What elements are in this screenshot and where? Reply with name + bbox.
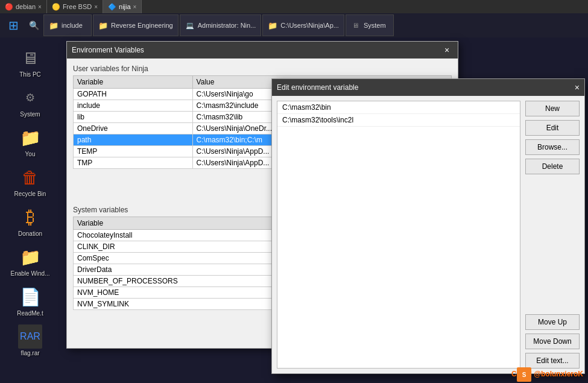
tab-label-nijia: nijia	[119, 3, 131, 10]
edit-dialog-close-button[interactable]: ×	[575, 83, 580, 92]
sys-var-name: NVM_SYMLINK	[74, 299, 286, 310]
var-name: path	[74, 135, 193, 146]
readme-icon: 📄	[18, 285, 42, 309]
var-name: OneDrive	[74, 123, 193, 135]
debian-tab-icon: 🔴	[5, 3, 13, 11]
user-col-variable: Variable	[74, 76, 193, 89]
tab-close-nijia[interactable]: ×	[133, 4, 137, 10]
folder-icon-2: 📁	[98, 21, 108, 30]
desktop-icon-rar[interactable]: RAR flag.rar	[6, 322, 54, 359]
you-label: You	[25, 151, 36, 157]
desktop-icon-thispc[interactable]: 🖥 This PC	[6, 43, 54, 80]
tab-close-freebsd[interactable]: ×	[94, 4, 98, 10]
edit-btn-move-up[interactable]: Move Up	[525, 314, 580, 330]
nijia-tab-icon: 🔷	[108, 3, 116, 11]
var-name: TMP	[74, 157, 193, 169]
you-folder-icon: 📁	[18, 125, 42, 150]
edit-buttons-panel: NewEditBrowse...DeleteMove UpMove DownEd…	[525, 101, 580, 369]
edit-value-item[interactable]: C:\masm32\tools\inc2l	[277, 114, 520, 127]
taskbar-reverse-engineering[interactable]: 📁 Reverse Engineering	[93, 14, 179, 36]
freebsd-tab-icon: 🟡	[52, 3, 60, 11]
desktop: 🖥 This PC ⚙ System 📁 You 🗑 Recycle Bin ₿…	[0, 37, 60, 383]
edit-dialog-title: Edit environment variable	[277, 83, 358, 92]
rar-icon: RAR	[18, 324, 42, 349]
sys-col-variable: Variable	[74, 217, 286, 230]
env-dialog-titlebar: Environment Variables ×	[67, 42, 458, 59]
desktop-icon-enable[interactable]: 📁 Enable Wind...	[6, 242, 54, 279]
enable-label: Enable Wind...	[10, 270, 49, 277]
taskbar-system-label: System	[364, 22, 386, 29]
terminal-icon: 💻	[185, 21, 195, 30]
button-spacer	[525, 178, 580, 311]
sys-var-name: ComSpec	[74, 253, 286, 264]
enable-folder-icon: 📁	[18, 245, 42, 269]
desktop-icon-readme[interactable]: 📄 ReadMe.t	[6, 282, 54, 319]
stackoverflow-badge: S	[517, 367, 531, 382]
start-button[interactable]: ⊞	[2, 14, 24, 36]
readme-label: ReadMe.t	[17, 310, 43, 317]
bitcoin-icon: ₿	[18, 205, 42, 229]
rar-label: flag.rar	[21, 350, 39, 356]
var-name: GOPATH	[74, 89, 193, 100]
edit-value-list[interactable]: C:\masm32\binC:\masm32\tools\inc2l	[277, 101, 520, 369]
edit-btn-edit[interactable]: Edit	[525, 120, 580, 136]
var-name: lib	[74, 112, 193, 123]
sys-var-name: DriverData	[74, 264, 286, 276]
taskbar-admin[interactable]: 💻 Administrator: Nin...	[180, 14, 262, 36]
desktop-icon-recycle[interactable]: 🗑 Recycle Bin	[6, 163, 54, 200]
tab-freebsd[interactable]: 🟡 Free BSD ×	[47, 0, 103, 13]
folder-icon: 📁	[49, 21, 58, 30]
edit-dialog-body: C:\masm32\binC:\masm32\tools\inc2l NewEd…	[272, 96, 584, 373]
edit-dialog-titlebar: Edit environment variable ×	[272, 79, 584, 96]
search-button[interactable]: 🔍	[25, 17, 42, 34]
edit-btn-new[interactable]: New	[525, 101, 580, 116]
recycle-bin-icon: 🗑	[18, 165, 42, 189]
sys-var-name: CLINK_DIR	[74, 241, 286, 253]
monitor-icon: 🖥	[351, 21, 361, 30]
sys-var-name: NVM_HOME	[74, 287, 286, 299]
desktop-icon-you[interactable]: 📁 You	[6, 123, 54, 160]
edit-btn-browse---[interactable]: Browse...	[525, 139, 580, 155]
tab-label-freebsd: Free BSD	[63, 3, 92, 10]
this-pc-label: This PC	[19, 71, 41, 78]
desktop-icon-donation[interactable]: ₿ Donation	[6, 203, 54, 239]
taskbar-admin-label: Administrator: Nin...	[198, 22, 256, 29]
user-section-label: User variables for Ninja	[73, 65, 452, 73]
taskbar-include-label: include	[62, 22, 83, 29]
sys-var-name: ChocolateyInstall	[74, 230, 286, 241]
system-icon: ⚙	[18, 86, 42, 110]
tab-nijia[interactable]: 🔷 nijia ×	[103, 0, 142, 13]
var-name: TEMP	[74, 146, 193, 157]
taskbar-system[interactable]: 🖥 System	[346, 14, 394, 36]
edit-environment-variable-dialog: Edit environment variable × C:\masm32\bi…	[271, 78, 585, 374]
desktop-icon-system[interactable]: ⚙ System	[6, 83, 54, 120]
tab-debian[interactable]: 🔴 debian ×	[0, 0, 47, 13]
sys-var-name: NUMBER_OF_PROCESSORS	[74, 276, 286, 287]
env-dialog-close-button[interactable]: ×	[441, 45, 453, 55]
windows-taskbar: ⊞ 🔍 📁 include 📁 Reverse Engineering 💻 Ad…	[0, 13, 588, 37]
system-label: System	[20, 111, 40, 118]
edit-btn-edit-text---[interactable]: Edit text...	[525, 353, 580, 369]
taskbar-re-label: Reverse Engineering	[111, 22, 173, 29]
edit-btn-move-down[interactable]: Move Down	[525, 334, 580, 349]
edit-btn-delete[interactable]: Delete	[525, 159, 580, 174]
recycle-bin-label: Recycle Bin	[14, 191, 46, 197]
edit-value-item[interactable]: C:\masm32\bin	[277, 101, 520, 114]
tab-close-debian[interactable]: ×	[38, 4, 42, 10]
var-name: include	[74, 100, 193, 112]
browser-tabbar: 🔴 debian × 🟡 Free BSD × 🔷 nijia ×	[0, 0, 588, 13]
env-dialog-title: Environment Variables	[72, 46, 144, 54]
tab-label-debian: debian	[16, 3, 36, 10]
taskbar-users-label: C:\Users\Ninja\Ap...	[280, 22, 339, 29]
taskbar-users-folder[interactable]: 📁 C:\Users\Ninja\Ap...	[262, 14, 344, 36]
donation-label: Donation	[18, 230, 42, 237]
taskbar-include[interactable]: 📁 include	[43, 14, 92, 36]
this-pc-icon: 🖥	[18, 46, 42, 70]
folder-icon-3: 📁	[268, 21, 277, 30]
